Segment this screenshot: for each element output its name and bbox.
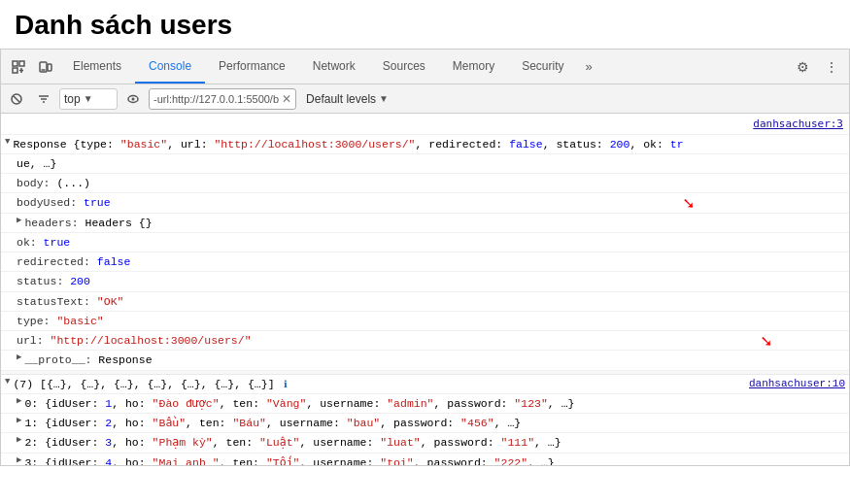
expand-icon-item0[interactable]: ▶ xyxy=(17,395,21,409)
ok-line: ok: true xyxy=(1,233,849,252)
bodyused-line: bodyUsed: true ➘ xyxy=(1,193,849,213)
array-header-text: (7) [{…}, {…}, {…}, {…}, {…}, {…}, {…}] … xyxy=(13,376,741,392)
devtools-icon-inspect[interactable] xyxy=(5,53,32,81)
body-line: body: (...) xyxy=(1,174,849,193)
svg-point-12 xyxy=(132,97,135,100)
more-icon[interactable]: ⋮ xyxy=(818,53,845,81)
array-header-line: ▼ (7) [{…}, {…}, {…}, {…}, {…}, {…}, {…}… xyxy=(1,375,849,394)
page-title: Danh sách users xyxy=(0,0,850,49)
devtools-icon-device[interactable] xyxy=(32,53,59,81)
expand-icon-item1[interactable]: ▶ xyxy=(17,415,21,428)
item1-text: 1: {idUser: 2, ho: "Bầu", ten: "Báu", us… xyxy=(24,415,845,431)
url-filter-text: -url:http://127.0.0.1:5500/b xyxy=(153,93,279,105)
headers-line: ▶ headers: Headers {} xyxy=(1,214,849,233)
url-line: url: "http://localhost:3000/users/" ➘ xyxy=(1,331,849,351)
svg-rect-0 xyxy=(13,61,17,66)
devtools-consolebar: top ▼ -url:http://127.0.0.1:5500/b ✕ Def… xyxy=(1,84,849,114)
red-arrow-1: ➘ xyxy=(683,191,694,218)
array-item-3: ▶ 3: {idUser: 4, ho: "Mai anh ", ten: "T… xyxy=(1,454,849,466)
type-line: type: "basic" xyxy=(1,312,849,331)
svg-rect-1 xyxy=(19,61,24,66)
devtools-container: Elements Console Performance Network Sou… xyxy=(0,49,850,466)
item2-text: 2: {idUser: 3, ho: "Phạm kỳ", ten: "Luật… xyxy=(24,434,845,451)
expand-icon-proto[interactable]: ▶ xyxy=(17,352,21,365)
default-levels-arrow: ▼ xyxy=(379,93,389,104)
devtools-tabs: Elements Console Performance Network Sou… xyxy=(59,50,789,84)
context-dropdown-arrow: ▼ xyxy=(84,93,93,104)
default-levels-btn[interactable]: Default levels ▼ xyxy=(300,88,394,110)
tab-console[interactable]: Console xyxy=(135,50,205,84)
settings-icon[interactable]: ⚙ xyxy=(789,53,816,81)
expand-icon-response[interactable]: ▼ xyxy=(5,136,10,150)
type-label: type: "basic" xyxy=(17,313,845,329)
tab-memory[interactable]: Memory xyxy=(439,50,508,84)
expand-icon-item2[interactable]: ▶ xyxy=(17,434,21,448)
array-expand-icon[interactable]: ▼ xyxy=(5,376,10,389)
ok-label: ok: true xyxy=(17,234,845,251)
bodyused-label: bodyUsed: true xyxy=(17,194,845,211)
expand-icon-item3[interactable]: ▶ xyxy=(17,454,21,466)
devtools-topbar: Elements Console Performance Network Sou… xyxy=(1,50,849,84)
redirected-label: redirected: false xyxy=(17,253,845,270)
status-line: status: 200 xyxy=(1,272,849,291)
console-clear-btn[interactable] xyxy=(5,87,28,111)
expand-icon-headers[interactable]: ▶ xyxy=(17,215,21,228)
array-item-2: ▶ 2: {idUser: 3, ho: "Phạm kỳ", ten: "Lu… xyxy=(1,433,849,453)
array-item-0: ▶ 0: {idUser: 1, ho: "Đào được", ten: "V… xyxy=(1,394,849,414)
danhsachuser-link-3[interactable]: danhsachuser:3 xyxy=(753,117,843,133)
status-label: status: 200 xyxy=(17,273,845,289)
proto-line: ▶ __proto__: Response xyxy=(1,351,849,370)
svg-line-7 xyxy=(14,96,19,102)
headers-label: headers: Headers {} xyxy=(24,215,845,231)
tab-overflow[interactable]: » xyxy=(578,50,600,84)
console-context-select[interactable]: top ▼ xyxy=(59,88,118,110)
console-url-filter: -url:http://127.0.0.1:5500/b ✕ xyxy=(149,88,296,110)
tab-elements[interactable]: Elements xyxy=(59,50,135,84)
console-header-right: danhsachuser:3 xyxy=(1,116,849,135)
body-label: body: (...) xyxy=(17,175,845,191)
console-filter-btn[interactable] xyxy=(32,87,55,111)
array-item-1: ▶ 1: {idUser: 2, ho: "Bầu", ten: "Báu", … xyxy=(1,414,849,433)
response-cont-text: ue, …} xyxy=(17,155,845,172)
default-levels-label: Default levels xyxy=(306,92,376,106)
svg-rect-2 xyxy=(13,68,17,73)
tab-security[interactable]: Security xyxy=(508,50,577,84)
red-arrow-2: ➘ xyxy=(761,329,771,355)
item3-text: 3: {idUser: 4, ho: "Mai anh ", ten: "Tối… xyxy=(24,454,845,466)
svg-rect-4 xyxy=(48,64,51,71)
response-line-cont: ue, …} xyxy=(1,154,849,174)
statustext-line: statusText: "OK" xyxy=(1,292,849,312)
proto-label: __proto__: Response xyxy=(24,352,845,368)
tab-sources[interactable]: Sources xyxy=(369,50,439,84)
devtools-content[interactable]: danhsachuser:3 ▼ Response {type: "basic"… xyxy=(1,114,849,465)
statustext-label: statusText: "OK" xyxy=(17,293,845,310)
url-label: url: "http://localhost:3000/users/" xyxy=(17,332,845,349)
response-line: ▼ Response {type: "basic", url: "http://… xyxy=(1,135,849,154)
tab-performance[interactable]: Performance xyxy=(205,50,299,84)
danhsachuser-link-10[interactable]: danhsachuser:10 xyxy=(741,376,845,392)
devtools-topbar-right: ⚙ ⋮ xyxy=(789,53,845,81)
redirected-line: redirected: false xyxy=(1,252,849,272)
item0-text: 0: {idUser: 1, ho: "Đào được", ten: "Vàn… xyxy=(24,395,845,412)
response-text: Response {type: "basic", url: "http://lo… xyxy=(13,136,845,152)
context-value: top xyxy=(64,92,81,106)
url-filter-close-icon[interactable]: ✕ xyxy=(282,92,291,106)
console-eye-btn[interactable] xyxy=(121,87,145,111)
tab-network[interactable]: Network xyxy=(299,50,369,84)
